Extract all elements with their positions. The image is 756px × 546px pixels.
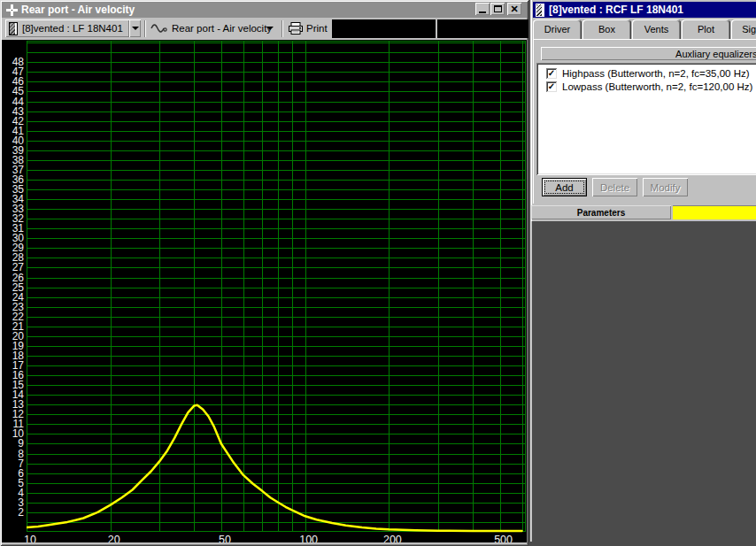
x-tick-label: 500	[494, 534, 513, 542]
x-tick-label: 200	[383, 534, 402, 542]
readout-box-right	[437, 19, 528, 38]
parameters-header-cell: Parameters	[531, 205, 671, 219]
plot-window-title: Rear port - Air velocity	[21, 4, 135, 16]
filter-listbox[interactable]: ✓Highpass (Butterworth, n=2, fc=35,00 Hz…	[536, 63, 756, 175]
tab-signal[interactable]: Signal	[731, 19, 756, 39]
panel-content: Auxliary equalizers / filters ✓Highpass …	[533, 39, 756, 204]
project-panel-titlebar[interactable]: [8]vented : RCF LF 18N401	[533, 2, 756, 18]
project-selector-dropdown[interactable]	[129, 19, 141, 37]
filter-label: Highpass (Butterworth, n=2, fc=35,00 Hz)	[562, 68, 750, 79]
plot-window-titlebar[interactable]: Rear port - Air velocity	[2, 2, 527, 18]
tab-driver[interactable]: Driver	[533, 19, 582, 39]
crosshair-icon	[6, 4, 18, 16]
speaker-cabinet-icon	[536, 4, 544, 17]
maximize-icon	[494, 5, 502, 12]
project-selector-button[interactable]: [8]vented : LF 18N401	[5, 19, 129, 37]
close-icon: ✕	[510, 4, 518, 13]
speaker-cabinet-icon	[9, 22, 18, 35]
app-workspace: Rear port - Air velocity ✕ [8]vented : L…	[0, 0, 756, 546]
equalizers-section-header: Auxliary equalizers / filters	[541, 47, 756, 60]
print-label: Print	[306, 23, 328, 34]
chevron-down-icon	[132, 27, 139, 30]
printer-icon	[289, 22, 303, 35]
y-tick-label: 2	[18, 506, 24, 519]
x-tick-label: 100	[299, 534, 318, 542]
minimize-icon	[479, 12, 486, 13]
checkbox-checked[interactable]: ✓	[546, 81, 557, 92]
x-tick-label: 20	[108, 534, 120, 542]
plot-type-dropdown[interactable]	[264, 19, 276, 37]
toolbar-separator	[282, 20, 283, 37]
checkbox-checked[interactable]: ✓	[546, 68, 557, 79]
waveform-icon	[150, 22, 167, 35]
readout-box-left	[332, 19, 436, 38]
air-velocity-chart: 4847464544434241403938373635343332313029…	[2, 40, 527, 542]
tab-box[interactable]: Box	[582, 19, 631, 39]
air-velocity-plot: 4847464544434241403938373635343332313029…	[2, 40, 527, 542]
project-panel-title: [8]vented : RCF LF 18N401	[549, 4, 683, 16]
plot-window: Rear port - Air velocity ✕ [8]vented : L…	[0, 0, 528, 546]
filter-list-item[interactable]: ✓Highpass (Butterworth, n=2, fc=35,00 Hz…	[538, 66, 756, 80]
maximize-button[interactable]	[490, 3, 505, 15]
chevron-down-icon	[266, 27, 274, 30]
toolbar-separator	[144, 20, 146, 37]
filter-list-item[interactable]: ✓Lowpass (Butterworth, n=2, fc=120,00 Hz…	[538, 80, 756, 93]
plot-toolbar: [8]vented : LF 18N401 Rear port - Air ve…	[2, 18, 527, 40]
x-tick-label: 50	[219, 534, 231, 542]
x-tick-label: 10	[24, 534, 36, 542]
project-selector-label: [8]vented : LF 18N401	[22, 23, 123, 34]
filter-label: Lowpass (Butterworth, n=2, fc=120,00 Hz)	[562, 81, 752, 92]
parameters-row: Parameters	[531, 205, 756, 219]
delete-button[interactable]: Delete	[592, 178, 637, 196]
plot-type-label: Rear port - Air velocity	[172, 23, 272, 34]
parameters-value-cell[interactable]	[673, 205, 756, 219]
project-panel: [8]vented : RCF LF 18N401 DriverBoxVents…	[530, 0, 756, 546]
close-button[interactable]: ✕	[507, 3, 521, 15]
print-button[interactable]: Print	[287, 19, 331, 37]
panel-tabs: DriverBoxVentsPlotSignal	[533, 19, 756, 39]
add-button[interactable]: Add	[542, 178, 587, 196]
tab-plot[interactable]: Plot	[682, 19, 730, 39]
tab-vents[interactable]: Vents	[632, 19, 681, 39]
minimize-button[interactable]	[475, 3, 490, 15]
modify-button[interactable]: Modify	[643, 178, 688, 196]
plot-type-selector[interactable]: Rear port - Air velocity	[149, 19, 278, 37]
